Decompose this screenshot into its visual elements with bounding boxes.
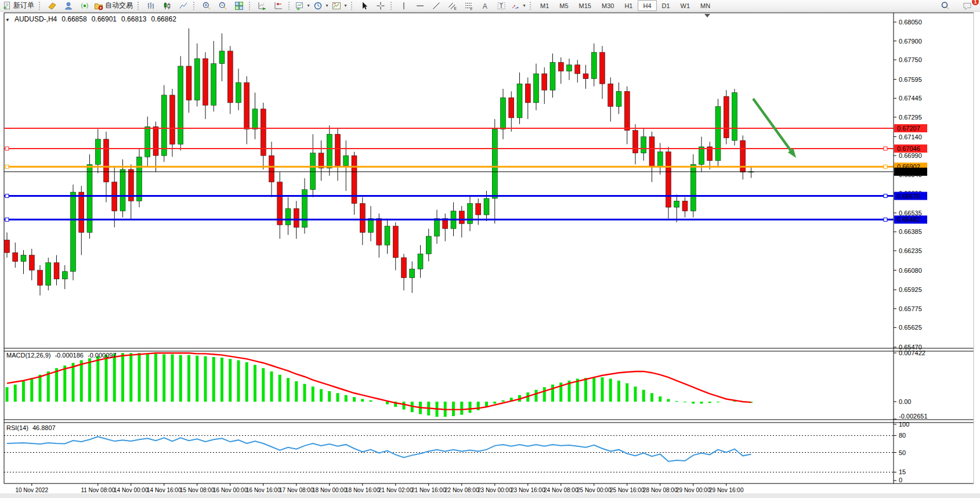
macd-bar [287,378,290,402]
candlestick-icon [162,1,172,10]
dropdown-caret[interactable]: ▾ [324,3,330,8]
toolbar-grip[interactable] [530,2,533,10]
macd-bar [279,375,281,402]
chart-symbol-period: AUDUSD-,H4 [15,15,57,23]
horizontal-line-icon [415,1,425,10]
timeframe-h1[interactable]: H1 [619,0,638,11]
candle-body [385,226,390,246]
macd-bar [22,381,25,402]
macd-bar [295,381,298,402]
community-button[interactable] [60,0,77,11]
macd-bar [105,355,108,402]
templates-button[interactable]: ▾ [331,0,349,11]
search-button[interactable] [937,0,953,11]
autotrading-button[interactable]: 自动交易 [93,0,136,11]
auto-scroll-button[interactable] [254,0,270,11]
dropdown-caret[interactable]: ▾ [306,3,311,8]
trendline-icon [432,1,441,10]
toolbar-grip[interactable] [351,2,354,10]
cursor-icon [360,1,369,10]
autotrading-label: 自动交易 [105,1,135,10]
line-handle[interactable] [884,218,887,221]
trendline-button[interactable] [428,0,444,11]
new-order-button[interactable]: 新订单 [1,0,37,11]
toolbar-grip[interactable] [193,2,196,10]
toolbar-grip[interactable] [249,2,252,10]
timeframe-m5[interactable]: M5 [554,0,573,11]
macd-bar [113,353,116,402]
line-handle[interactable] [5,194,9,198]
text-label-button[interactable]: T [493,0,509,11]
text-button[interactable]: A [477,0,493,11]
line-handle[interactable] [884,194,887,198]
toolbar-grip[interactable] [39,2,42,10]
market-button[interactable] [44,0,60,11]
svg-text:A: A [483,2,487,10]
candle-body [5,240,10,253]
macd-bar [460,402,463,415]
fibonacci-button[interactable]: F [461,0,477,11]
timeframe-h4[interactable]: H4 [638,0,656,11]
candlesticks [5,28,754,295]
macd-bar [162,355,165,402]
cursor-button[interactable] [356,0,373,11]
dropdown-caret[interactable]: ▾ [343,3,348,8]
signals-icon [80,1,89,10]
bar-chart-button[interactable] [143,0,159,11]
zoom-in-button[interactable] [198,0,215,11]
notifications-button[interactable]: 1 [959,0,975,11]
zoom-out-button[interactable] [215,0,231,11]
candle-body [418,254,423,269]
candle-body [186,66,191,100]
line-handle[interactable] [5,165,9,168]
toolbar-grip[interactable] [288,2,291,10]
candle-body [591,52,596,79]
candlestick-chart-button[interactable] [159,0,175,11]
dropdown-caret[interactable]: ▾ [522,3,527,8]
collapse-chart-icon[interactable]: ▼ [5,17,10,23]
new-chart-button[interactable]: ▾ [294,0,312,11]
candle-body [310,153,316,190]
timeframe-m1[interactable]: M1 [535,0,554,11]
chart-shift-button[interactable] [270,0,287,11]
rsi-name: RSI(14) [6,424,28,431]
equidistant-channel-button[interactable]: E [444,0,461,11]
candle-body [724,96,729,138]
panel-splitter[interactable] [0,420,980,423]
line-handle[interactable] [884,147,887,150]
panel-borders [4,13,974,483]
text-icon: A [480,1,490,10]
candle-body [377,219,382,246]
toolbar-grip[interactable] [138,2,140,10]
timeframe-m15[interactable]: M15 [574,0,596,11]
zoom-out-icon [218,1,227,10]
line-handle[interactable] [884,165,887,168]
price-axis[interactable] [894,13,975,483]
horizontal-line-button[interactable] [412,0,428,11]
candle-body [426,236,431,254]
timeframe-mn[interactable]: MN [695,0,715,11]
macd-bar [80,360,83,402]
periodicity-button[interactable]: ▾ [312,0,331,11]
tile-windows-button[interactable] [231,0,247,11]
crosshair-button[interactable] [373,0,389,11]
line-handle[interactable] [5,147,9,150]
signals-button[interactable] [77,0,93,11]
vertical-line-button[interactable] [396,0,412,11]
candle-body [79,192,84,232]
toolbar-grip[interactable] [390,2,393,10]
macd-bar [609,378,612,402]
time-axis[interactable] [4,483,894,498]
timeframe-d1[interactable]: D1 [657,0,675,11]
line-chart-button[interactable] [175,0,191,11]
panel-splitter[interactable] [0,348,980,352]
arrows-button[interactable]: ▾ [509,0,528,11]
macd-bar [88,358,91,402]
macd-bar [692,402,695,403]
line-handle[interactable] [5,218,9,221]
candle-body [534,74,539,103]
timeframe-w1[interactable]: W1 [675,0,696,11]
timeframe-m30[interactable]: M30 [596,0,619,11]
macd-bar [617,381,620,402]
chart-shift-marker [704,14,710,17]
